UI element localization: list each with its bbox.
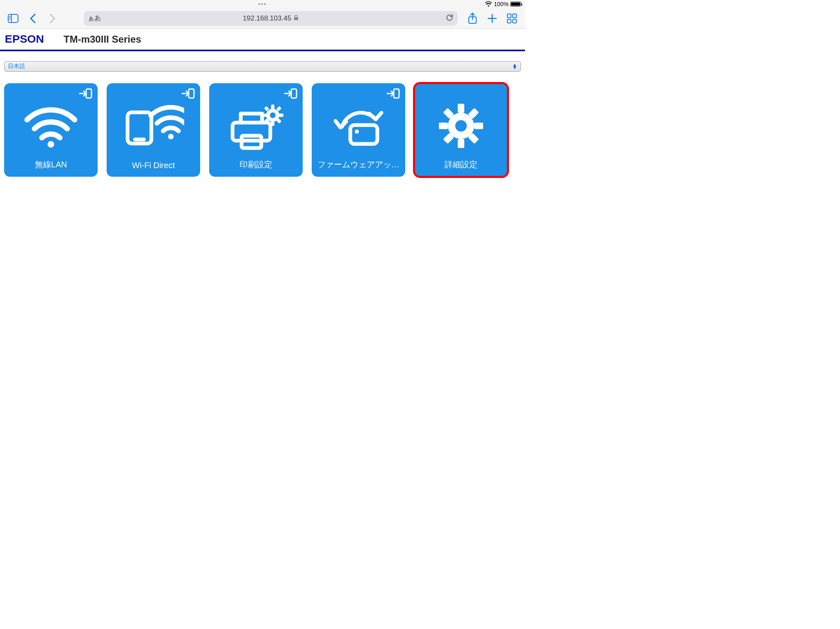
share-button[interactable] — [464, 10, 481, 27]
select-chevrons-icon: ▲▼ — [512, 64, 517, 69]
svg-rect-29 — [262, 114, 267, 117]
wifi-status-icon — [485, 1, 492, 7]
tile-advanced-settings[interactable]: 詳細設定 — [414, 83, 508, 177]
tile-label: Wi-Fi Direct — [107, 161, 200, 170]
battery-icon — [510, 2, 521, 7]
ipad-status-bar: ••• 100% — [0, 0, 525, 8]
svg-rect-11 — [513, 14, 516, 18]
tile-wifi-direct[interactable]: Wi-Fi Direct — [107, 83, 200, 177]
battery-percentage: 100% — [494, 1, 509, 7]
tiles-grid: 無線LAN Wi-Fi Direct — [0, 76, 525, 177]
firmware-update-icon — [330, 101, 387, 150]
tile-label: 詳細設定 — [414, 159, 508, 170]
wifi-direct-icon — [123, 103, 184, 148]
svg-rect-28 — [271, 121, 274, 126]
svg-rect-10 — [507, 14, 511, 18]
svg-rect-27 — [271, 105, 274, 109]
svg-rect-24 — [233, 123, 270, 141]
forward-button[interactable] — [44, 10, 61, 27]
multitasking-dots-icon: ••• — [258, 1, 267, 7]
external-link-icon — [181, 87, 195, 101]
tile-label: 印刷設定 — [209, 159, 303, 170]
svg-rect-36 — [394, 89, 399, 98]
language-selected-value: 日本語 — [8, 63, 25, 70]
svg-rect-5 — [294, 17, 298, 20]
svg-rect-44 — [474, 123, 483, 129]
back-button[interactable] — [25, 10, 41, 27]
tabs-overview-button[interactable] — [504, 10, 520, 27]
svg-point-49 — [455, 120, 467, 132]
svg-rect-13 — [513, 19, 516, 23]
svg-point-16 — [48, 141, 54, 148]
gear-icon — [436, 101, 486, 150]
tile-label: ファームウェアアッ… — [312, 159, 405, 170]
lock-icon — [294, 14, 299, 23]
svg-rect-12 — [507, 19, 511, 23]
svg-rect-0 — [8, 14, 18, 23]
svg-point-21 — [168, 134, 174, 139]
tile-label: 無線LAN — [4, 159, 98, 170]
svg-rect-42 — [458, 139, 464, 148]
svg-rect-38 — [350, 125, 377, 144]
svg-rect-14 — [86, 89, 91, 98]
tile-print-settings[interactable]: 印刷設定 — [209, 83, 303, 177]
tile-wireless-lan[interactable]: 無線LAN — [4, 83, 98, 177]
external-link-icon — [386, 87, 400, 101]
external-link-icon — [79, 87, 93, 101]
reload-button[interactable] — [445, 14, 454, 23]
external-link-icon — [284, 87, 298, 101]
new-tab-button[interactable] — [484, 10, 500, 27]
browser-toolbar: ぁあ 192.168.103.45 — [0, 8, 525, 29]
reader-mode-button[interactable]: ぁあ — [88, 14, 101, 23]
svg-rect-43 — [439, 123, 448, 129]
page-url: 192.168.103.45 — [243, 14, 291, 23]
epson-logo: EPSON — [5, 33, 44, 46]
printer-model: TM-m30III Series — [64, 34, 141, 45]
tile-firmware-update[interactable]: ファームウェアアッ… — [312, 83, 405, 177]
page-header: EPSON TM-m30III Series — [0, 29, 525, 51]
printer-gear-icon — [225, 101, 287, 150]
svg-rect-17 — [189, 89, 194, 98]
svg-point-35 — [270, 112, 276, 118]
svg-point-39 — [355, 130, 359, 134]
language-select[interactable]: 日本語 ▲▼ — [4, 61, 521, 72]
svg-rect-22 — [291, 89, 297, 98]
address-bar[interactable]: ぁあ 192.168.103.45 — [84, 11, 458, 26]
svg-rect-30 — [278, 114, 283, 117]
svg-rect-41 — [458, 104, 464, 113]
wifi-icon — [22, 103, 80, 148]
sidebar-toggle-button[interactable] — [5, 10, 21, 27]
